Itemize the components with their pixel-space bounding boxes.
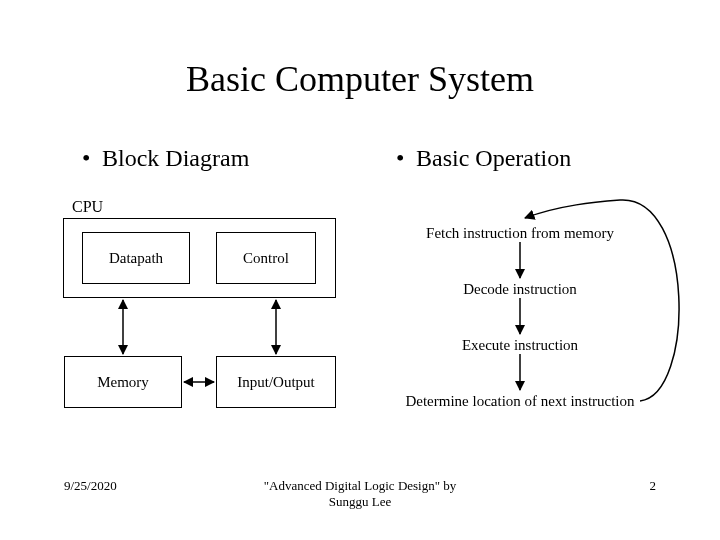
footer-source-line2: Sunggu Lee bbox=[329, 494, 391, 509]
diagram-arrows bbox=[0, 0, 720, 540]
footer-source-line1: "Advanced Digital Logic Design" by bbox=[264, 478, 457, 493]
footer-page-number: 2 bbox=[650, 478, 657, 494]
footer-source: "Advanced Digital Logic Design" by Sungg… bbox=[0, 478, 720, 511]
